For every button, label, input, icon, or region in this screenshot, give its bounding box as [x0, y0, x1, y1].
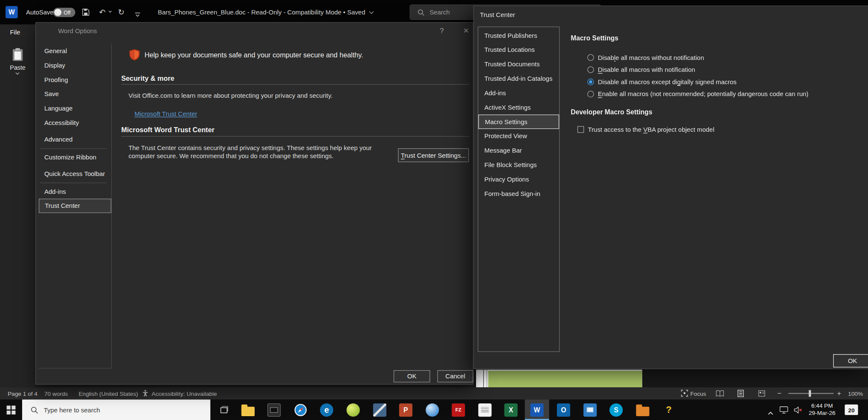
- word-count[interactable]: 70 words: [44, 387, 68, 400]
- macro-option-disable-without-notification[interactable]: Disable all macros without notification: [587, 51, 704, 64]
- paste-label: Paste: [0, 64, 35, 71]
- taskbar-green-browser[interactable]: [341, 400, 365, 420]
- tc-nav-macro-settings[interactable]: Macro Settings: [478, 114, 559, 129]
- file-tab[interactable]: File: [10, 29, 20, 36]
- taskbar-orange-folder[interactable]: [630, 400, 655, 420]
- trust-center-description-line2: computer secure. We recommend that you d…: [128, 153, 334, 159]
- accessibility-status[interactable]: Accessibility: Unavailable: [152, 387, 217, 400]
- nav-trust-center[interactable]: Trust Center: [39, 199, 111, 213]
- paste-button[interactable]: [11, 48, 24, 64]
- edge-icon: e: [320, 403, 333, 416]
- vba-project-access-checkbox[interactable]: Trust access to the VBA project object m…: [577, 123, 714, 136]
- nav-save[interactable]: Save: [39, 87, 111, 101]
- taskbar-code-editor[interactable]: [368, 400, 392, 420]
- zoom-slider-handle[interactable]: [809, 390, 811, 397]
- tc-nav-activex-settings[interactable]: ActiveX Settings: [478, 100, 559, 115]
- section-divider: [121, 84, 469, 85]
- taskbar-filezilla[interactable]: FZ: [446, 400, 471, 420]
- nav-customize-ribbon[interactable]: Customize Ribbon: [39, 150, 111, 165]
- nav-quick-access-toolbar[interactable]: Quick Access Toolbar: [39, 167, 111, 181]
- autosave-toggle[interactable]: Off: [53, 8, 75, 17]
- outlook-icon: O: [557, 403, 570, 416]
- print-layout-button[interactable]: [738, 389, 744, 398]
- word-trust-center-heading: Microsoft Word Trust Center: [121, 126, 214, 134]
- nav-proofing[interactable]: Proofing: [39, 73, 111, 87]
- word-options-title: Word Options: [58, 28, 97, 34]
- tc-nav-trusted-documents[interactable]: Trusted Documents: [478, 57, 559, 71]
- macro-option-disable-with-notification[interactable]: Disable all macros with notification: [587, 64, 695, 76]
- search-placeholder: Search: [430, 9, 450, 16]
- tray-volume-button[interactable]: [794, 406, 803, 416]
- radio-icon: [587, 54, 594, 61]
- document-page: [476, 370, 642, 388]
- tc-nav-privacy-options[interactable]: Privacy Options: [478, 172, 559, 187]
- taskbar-skype[interactable]: S: [604, 400, 628, 420]
- nav-accessibility[interactable]: Accessibility: [39, 116, 111, 130]
- paste-dropdown-icon[interactable]: [15, 71, 19, 75]
- option-label: Disable all macros without notification: [598, 54, 704, 61]
- tray-expand-button[interactable]: [767, 408, 774, 417]
- document-title[interactable]: Bars_Phones_Green_Blue.doc - Read-Only -…: [158, 0, 373, 24]
- dialog-close-button[interactable]: ✕: [458, 25, 474, 37]
- tc-nav-form-based-sign-in[interactable]: Form-based Sign-in: [478, 187, 559, 201]
- start-button[interactable]: [1, 400, 21, 420]
- tc-nav-trusted-locations[interactable]: Trusted Locations: [478, 43, 559, 57]
- tray-network-button[interactable]: [780, 406, 789, 416]
- taskbar-search[interactable]: Type here to search: [22, 400, 210, 420]
- taskbar-outlook[interactable]: O: [551, 400, 576, 420]
- dialog-help-button[interactable]: ?: [434, 25, 450, 37]
- nav-display[interactable]: Display: [39, 58, 111, 73]
- tc-nav-file-block-settings[interactable]: File Block Settings: [478, 158, 559, 172]
- notification-count-badge[interactable]: 20: [845, 405, 858, 415]
- macro-option-disable-except-signed[interactable]: Disable all macros except digitally sign…: [587, 76, 737, 88]
- tc-nav-trusted-publishers[interactable]: Trusted Publishers: [478, 28, 559, 43]
- tc-nav-message-bar[interactable]: Message Bar: [478, 143, 559, 158]
- nav-language[interactable]: Language: [39, 101, 111, 116]
- taskbar-help[interactable]: ?: [657, 400, 681, 420]
- nav-add-ins[interactable]: Add-ins: [39, 184, 111, 199]
- taskbar-safari[interactable]: [288, 400, 312, 420]
- undo-dropdown-icon[interactable]: [108, 9, 111, 12]
- task-view-button[interactable]: [214, 400, 234, 420]
- tc-nav-add-ins[interactable]: Add-ins: [478, 86, 559, 100]
- trust-center-settings-button[interactable]: Trust Center Settings...: [398, 148, 469, 162]
- title-dropdown-icon: [369, 9, 374, 14]
- qat-customize-icon: [134, 12, 140, 18]
- word-options-cancel-button[interactable]: Cancel: [437, 370, 474, 383]
- undo-button[interactable]: ↶: [99, 6, 105, 18]
- zoom-out-button[interactable]: −: [777, 387, 781, 400]
- tc-nav-trusted-add-in-catalogs[interactable]: Trusted Add-in Catalogs: [478, 71, 559, 86]
- taskbar-terminal[interactable]: [262, 400, 286, 420]
- zoom-in-button[interactable]: +: [837, 387, 841, 400]
- zoom-level[interactable]: 100%: [848, 387, 863, 400]
- checkbox-label: Trust access to the VBA project object m…: [588, 126, 714, 133]
- taskbar-file-explorer[interactable]: [236, 400, 260, 420]
- taskbar-word-active[interactable]: W: [525, 400, 549, 420]
- quick-access-toolbar-dropdown[interactable]: [134, 10, 140, 20]
- macro-option-enable-all[interactable]: Enable all macros (not recommended; pote…: [587, 88, 808, 100]
- nav-advanced[interactable]: Advanced: [39, 132, 111, 147]
- taskbar-excel[interactable]: X: [499, 400, 523, 420]
- save-button[interactable]: [82, 9, 90, 18]
- trust-center-dialog: Trust Center Trusted Publishers Trusted …: [473, 6, 868, 369]
- page-indicator[interactable]: Page 1 of 4: [8, 387, 37, 400]
- tc-nav-protected-view[interactable]: Protected View: [478, 129, 559, 143]
- security-more-heading: Security & more: [121, 75, 174, 82]
- trust-center-ok-button[interactable]: OK: [833, 354, 868, 367]
- help-icon: ?: [662, 403, 675, 416]
- tray-clock[interactable]: 6:44 PM 29-Mar-26: [805, 402, 840, 417]
- language-indicator[interactable]: English (United States): [79, 387, 138, 400]
- redo-button[interactable]: ↻: [118, 6, 124, 18]
- taskbar-blue-browser[interactable]: [420, 400, 444, 420]
- read-mode-button[interactable]: [716, 390, 724, 398]
- focus-button[interactable]: Focus: [690, 387, 706, 400]
- microsoft-trust-center-link[interactable]: Microsoft Trust Center: [134, 108, 197, 118]
- taskbar-wordpad[interactable]: [473, 400, 497, 420]
- taskbar-powerpoint[interactable]: P: [394, 400, 418, 420]
- word-options-ok-button[interactable]: OK: [394, 370, 430, 383]
- option-label: Enable all macros (not recommended; pote…: [598, 91, 808, 97]
- web-layout-button[interactable]: [758, 390, 766, 398]
- nav-general[interactable]: General: [39, 44, 111, 58]
- taskbar-blue-app[interactable]: [578, 400, 602, 420]
- taskbar-edge[interactable]: e: [315, 400, 339, 420]
